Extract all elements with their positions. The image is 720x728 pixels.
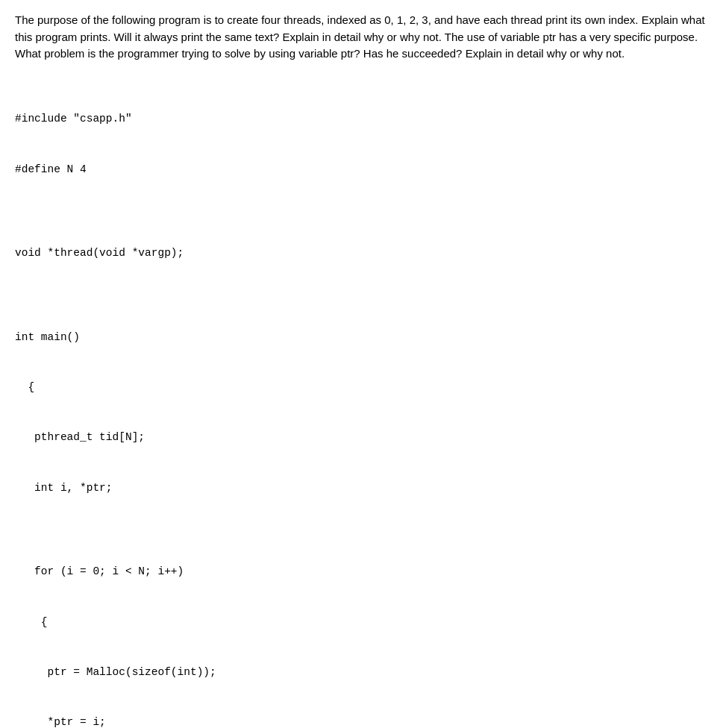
code-line-9: int i, *ptr;: [15, 480, 705, 496]
code-line-7: {: [15, 379, 705, 395]
description-text: The purpose of the following program is …: [15, 12, 705, 63]
code-block: #include "csapp.h" #define N 4 void *thr…: [15, 78, 705, 729]
code-line-12: {: [15, 614, 705, 630]
code-line-14: *ptr = i;: [15, 714, 705, 728]
code-line-11: for (i = 0; i < N; i++): [15, 563, 705, 580]
code-line-6: int main(): [15, 329, 705, 345]
code-line-8: pthread_t tid[N];: [15, 429, 705, 445]
code-line-13: ptr = Malloc(sizeof(int));: [15, 664, 705, 680]
code-line-1: #include "csapp.h": [15, 110, 705, 127]
code-line-2: #define N 4: [15, 161, 705, 178]
code-line-4: void *thread(void *vargp);: [15, 245, 705, 261]
